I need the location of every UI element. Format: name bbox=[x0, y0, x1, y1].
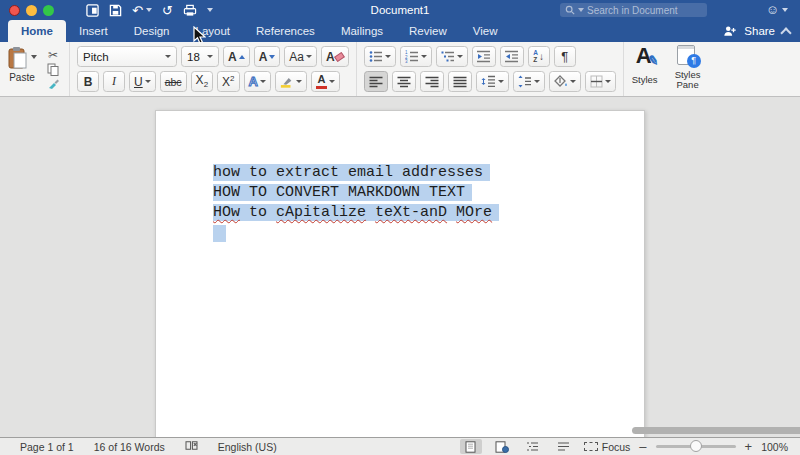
word-count[interactable]: 16 of 16 Words bbox=[84, 441, 175, 453]
styles-button[interactable]: A✎ Styles bbox=[632, 45, 658, 93]
zoom-percentage[interactable]: 100% bbox=[761, 441, 792, 453]
document-page[interactable]: how to extract email addressesHOW TO CON… bbox=[155, 110, 645, 437]
zoom-out-button[interactable]: – bbox=[639, 439, 646, 454]
zoom-slider-knob[interactable] bbox=[690, 440, 702, 452]
superscript-button[interactable]: X2 bbox=[217, 71, 239, 92]
tab-layout[interactable]: Layout bbox=[183, 20, 244, 42]
misspelled-word[interactable]: HOw bbox=[213, 204, 240, 221]
show-paragraph-marks-button[interactable]: ¶ bbox=[554, 46, 576, 67]
text-effects-button[interactable]: A bbox=[244, 71, 271, 92]
bold-button[interactable]: B bbox=[77, 71, 99, 92]
align-center-button[interactable] bbox=[392, 71, 416, 92]
outline-view-button[interactable] bbox=[522, 439, 544, 454]
zoom-slider[interactable] bbox=[656, 445, 736, 448]
undo-icon[interactable]: ↶ bbox=[132, 4, 143, 17]
feedback-smiley-icon[interactable]: ☺ bbox=[766, 2, 779, 17]
search-input[interactable] bbox=[587, 5, 697, 16]
selection-cursor-block bbox=[213, 225, 226, 242]
misspelled-word[interactable]: cApitalize bbox=[276, 204, 366, 221]
misspelled-word[interactable]: teXt-anD bbox=[375, 204, 447, 221]
minimize-window-button[interactable] bbox=[26, 5, 37, 16]
window-controls bbox=[9, 5, 54, 16]
tab-references[interactable]: References bbox=[243, 20, 328, 42]
increase-indent-icon bbox=[505, 50, 519, 63]
multilevel-list-icon bbox=[441, 50, 455, 63]
styles-group: A✎ Styles ¶ Styles Pane bbox=[624, 42, 716, 96]
tab-view[interactable]: View bbox=[460, 20, 511, 42]
print-icon[interactable] bbox=[183, 4, 197, 17]
web-layout-view-button[interactable] bbox=[491, 439, 513, 454]
change-case-button[interactable]: Aa bbox=[284, 46, 317, 67]
underline-button[interactable]: U bbox=[129, 71, 156, 92]
justify-button[interactable] bbox=[448, 71, 472, 92]
font-color-button[interactable]: A bbox=[311, 71, 340, 92]
close-window-button[interactable] bbox=[9, 5, 20, 16]
save-icon[interactable] bbox=[109, 4, 122, 17]
eraser-icon bbox=[334, 51, 345, 61]
font-size-select[interactable]: 18 bbox=[181, 46, 219, 67]
zoom-window-button[interactable] bbox=[43, 5, 54, 16]
draft-view-button[interactable] bbox=[553, 439, 575, 454]
misspelled-word[interactable]: MOre bbox=[456, 204, 492, 221]
decrease-indent-button[interactable] bbox=[472, 46, 496, 67]
paragraph-spacing-button[interactable] bbox=[513, 71, 545, 92]
align-left-icon bbox=[369, 76, 383, 88]
tab-home[interactable]: Home bbox=[8, 20, 66, 42]
redo-icon[interactable]: ↺ bbox=[162, 4, 173, 17]
status-bar: Page 1 of 1 16 of 16 Words English (US) bbox=[0, 437, 800, 455]
document-line[interactable]: HOW TO CONVERT MARKDOWN TEXT bbox=[213, 183, 499, 203]
borders-icon bbox=[590, 75, 603, 88]
paste-button[interactable]: Paste bbox=[7, 46, 37, 94]
copy-icon[interactable] bbox=[44, 62, 62, 76]
borders-button[interactable] bbox=[585, 71, 616, 92]
numbering-button[interactable]: 123 bbox=[400, 46, 432, 67]
print-layout-view-button[interactable] bbox=[460, 439, 482, 454]
strikethrough-button[interactable]: abc bbox=[160, 71, 187, 92]
tab-insert[interactable]: Insert bbox=[66, 20, 121, 42]
sort-button[interactable]: AZ ↓ bbox=[528, 46, 550, 67]
document-line[interactable]: HOw to cApitalize teXt-anD MOre bbox=[213, 203, 499, 223]
horizontal-scrollbar-thumb[interactable] bbox=[632, 427, 800, 434]
styles-pane-button[interactable]: ¶ Styles Pane bbox=[668, 45, 708, 93]
subscript-button[interactable]: X2 bbox=[191, 71, 213, 92]
align-right-button[interactable] bbox=[420, 71, 444, 92]
shrink-font-arrow-icon bbox=[269, 55, 275, 59]
document-line[interactable]: how to extract email addresses bbox=[213, 163, 499, 183]
pilcrow-icon: ¶ bbox=[561, 49, 568, 64]
highlight-button[interactable] bbox=[275, 71, 307, 92]
qat-customize-caret[interactable] bbox=[207, 8, 213, 12]
tab-mailings[interactable]: Mailings bbox=[328, 20, 396, 42]
search-box[interactable] bbox=[560, 3, 707, 17]
search-scope-caret[interactable] bbox=[578, 8, 584, 12]
tab-review[interactable]: Review bbox=[396, 20, 460, 42]
font-name-select[interactable]: Pitch bbox=[77, 46, 177, 67]
format-painter-icon[interactable] bbox=[44, 76, 62, 90]
zoom-in-button[interactable]: + bbox=[745, 439, 753, 454]
multilevel-list-button[interactable] bbox=[436, 46, 468, 67]
focus-mode-button[interactable]: Focus bbox=[584, 441, 631, 453]
language-indicator[interactable]: English (US) bbox=[208, 441, 287, 453]
collapse-ribbon-icon[interactable] bbox=[780, 27, 791, 38]
line-spacing-button[interactable] bbox=[476, 71, 509, 92]
italic-button[interactable]: I bbox=[103, 71, 125, 92]
page-indicator[interactable]: Page 1 of 1 bbox=[0, 441, 84, 453]
grow-font-button[interactable]: A bbox=[223, 46, 250, 67]
tab-design[interactable]: Design bbox=[121, 20, 183, 42]
paragraph-spacing-icon bbox=[518, 75, 532, 88]
undo-dropdown-caret[interactable] bbox=[146, 8, 152, 12]
paste-dropdown-caret[interactable] bbox=[31, 55, 37, 59]
shading-button[interactable] bbox=[549, 71, 581, 92]
shrink-font-button[interactable]: A bbox=[254, 46, 281, 67]
cut-icon[interactable]: ✂ bbox=[44, 48, 62, 62]
align-left-button[interactable] bbox=[364, 71, 388, 92]
feedback-caret[interactable] bbox=[782, 8, 788, 12]
proofing-errors-icon[interactable] bbox=[175, 440, 208, 453]
clear-formatting-button[interactable]: A bbox=[321, 46, 349, 67]
styles-label: Styles bbox=[632, 75, 658, 85]
new-document-icon[interactable] bbox=[86, 4, 99, 17]
font-color-icon: A bbox=[316, 74, 327, 89]
titlebar: Document1 ↶ ↺ ☺ bbox=[0, 0, 800, 20]
share-button[interactable]: Share bbox=[744, 25, 775, 37]
increase-indent-button[interactable] bbox=[500, 46, 524, 67]
bullets-button[interactable] bbox=[364, 46, 396, 67]
